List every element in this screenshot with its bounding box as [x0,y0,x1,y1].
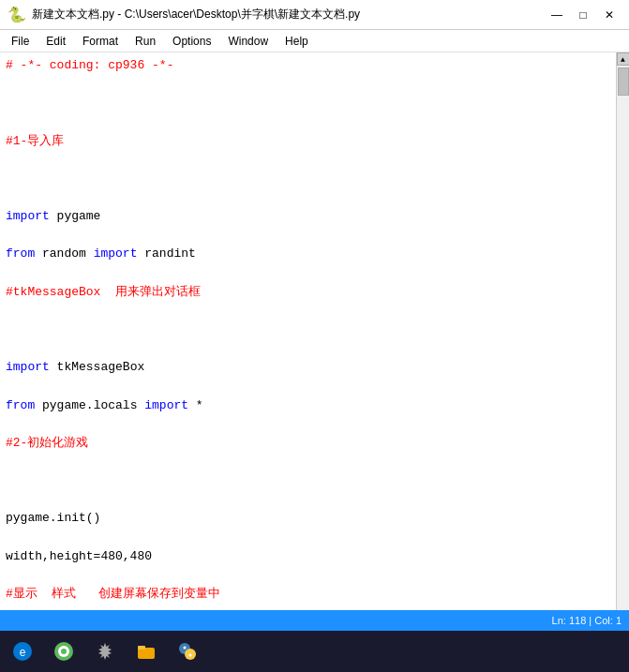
menu-options[interactable]: Options [165,33,218,50]
menu-run[interactable]: Run [127,33,163,50]
svg-rect-7 [138,646,145,650]
editor-container: # -*- coding: cp936 -*- #1-导入库 import py… [0,52,629,610]
menu-format[interactable]: Format [75,33,126,50]
menu-help[interactable]: Help [277,33,316,50]
close-button[interactable]: ✕ [597,5,622,25]
menu-window[interactable]: Window [220,33,276,50]
minimize-button[interactable]: — [545,5,569,25]
app-icon: 🐍 [7,6,26,24]
settings-icon[interactable] [86,634,124,669]
taskbar: e [0,631,629,672]
scroll-up-button[interactable]: ▲ [617,52,630,66]
browser-green-icon[interactable] [45,634,82,669]
window-title: 新建文本文档.py - C:\Users\acer\Desktop\并字棋\新建… [32,7,360,22]
menu-file[interactable]: File [4,33,37,50]
scrollbar[interactable]: ▲ [616,52,629,610]
window-controls: — □ ✕ [545,5,622,25]
status-position: Ln: 118 | Col: 1 [552,615,622,626]
svg-point-4 [61,649,67,654]
scroll-thumb[interactable] [618,67,629,96]
title-bar: 🐍 新建文本文档.py - C:\Users\acer\Desktop\并字棋\… [0,0,629,30]
maximize-button[interactable]: □ [571,5,595,25]
code-editor[interactable]: # -*- coding: cp936 -*- #1-导入库 import py… [0,52,616,610]
svg-point-10 [184,647,187,650]
status-bar: Ln: 118 | Col: 1 [0,610,629,631]
menu-bar: File Edit Format Run Options Window Help [0,30,629,52]
edge-icon[interactable]: e [4,634,41,669]
svg-point-11 [189,654,192,657]
folder-icon[interactable] [127,634,165,669]
python-taskbar-icon[interactable] [169,634,206,669]
svg-text:e: e [20,646,26,659]
menu-edit[interactable]: Edit [38,33,73,50]
